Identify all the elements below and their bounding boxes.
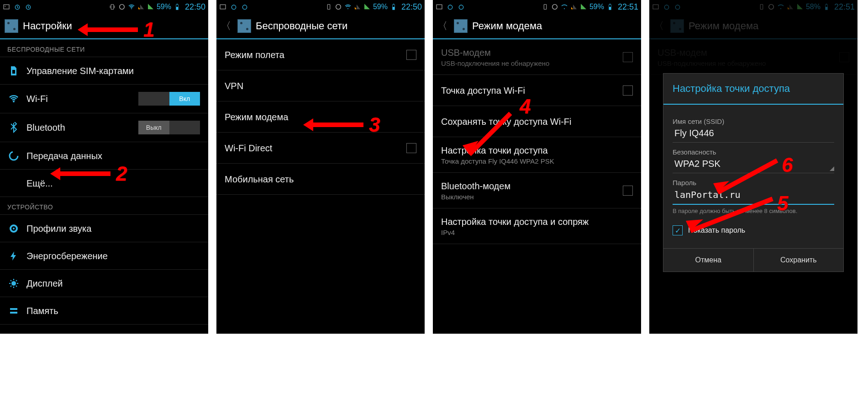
svg-rect-30 — [437, 5, 442, 9]
wifihs-checkbox[interactable] — [623, 85, 633, 96]
data-icon — [8, 150, 19, 161]
keep-hotspot-row[interactable]: Сохранять точку доступа Wi-Fi — [433, 106, 641, 137]
svg-point-12 — [10, 152, 18, 160]
svg-rect-29 — [393, 5, 395, 7]
svg-rect-18 — [10, 312, 17, 314]
bt-tether-row[interactable]: Bluetooth-модем Выключен — [433, 173, 641, 208]
phone-4-hotspot-dialog: 58% 22:51 〈 Режим модема USB-модем USB-п… — [649, 0, 857, 334]
wifi-toggle[interactable]: Вкл — [138, 92, 200, 106]
bt-checkbox[interactable] — [623, 186, 633, 196]
battery-icon — [606, 3, 614, 11]
signal-1-icon — [354, 3, 361, 11]
signal-1-icon — [570, 3, 578, 11]
show-password-row[interactable]: ✓ Показать пароль — [673, 225, 834, 235]
battery-row[interactable]: Батарея — [0, 325, 208, 334]
more-row[interactable]: Ещё... — [0, 170, 208, 197]
security-spinner[interactable]: WPA2 PSK — [673, 156, 834, 173]
audio-profiles-row[interactable]: Профили звука — [0, 215, 208, 242]
mobile-network-row[interactable]: Мобильная сеть — [216, 164, 425, 195]
battery-text: 59% — [589, 3, 604, 11]
sim-management-row[interactable]: Управление SIM-картами — [0, 57, 208, 85]
bluetooth-toggle[interactable]: Выкл — [138, 121, 200, 134]
audio-icon — [8, 223, 19, 234]
page-title: Режим модема — [472, 20, 542, 32]
picture-icon — [3, 3, 10, 11]
battery-icon — [174, 3, 181, 11]
clock-icon — [335, 3, 342, 11]
password-input[interactable]: lanPortal.ru — [673, 187, 834, 205]
svg-point-34 — [552, 5, 558, 10]
alarm-icon — [241, 3, 248, 11]
dialog-title: Настройка точки доступа — [663, 74, 843, 105]
wifi-direct-row[interactable]: Wi-Fi Direct — [216, 133, 425, 164]
memory-icon — [8, 305, 19, 316]
display-icon — [8, 278, 19, 289]
memory-row[interactable]: Память — [0, 297, 208, 325]
svg-rect-8 — [177, 4, 178, 4]
picture-icon — [436, 3, 443, 11]
setup-hotspot-row[interactable]: Настройка точки доступа Точка доступа Fl… — [433, 137, 641, 173]
security-label: Безопасность — [673, 148, 834, 156]
clock-text: 22:50 — [185, 2, 205, 12]
page-title: Беспроводные сети — [256, 20, 347, 32]
svg-rect-28 — [393, 4, 395, 4]
vpn-row[interactable]: VPN — [216, 70, 425, 101]
signal-2-icon — [147, 3, 154, 11]
bluetooth-icon — [8, 122, 19, 133]
dialog-scrim[interactable]: Настройка точки доступа Имя сети (SSID) … — [649, 0, 857, 334]
back-caret-icon[interactable]: 〈 — [221, 19, 233, 33]
svg-point-1 — [5, 6, 5, 7]
phone-2-wireless: 59% 22:50 〈 Беспроводные сети Режим поле… — [216, 0, 425, 334]
power-saving-row[interactable]: Энергосбережение — [0, 242, 208, 270]
status-bar: 59% 22:50 — [0, 0, 208, 14]
svg-point-25 — [336, 5, 341, 10]
battery-text: 59% — [373, 3, 388, 11]
wifidirect-checkbox[interactable] — [406, 143, 416, 153]
vibrate-icon — [542, 3, 549, 11]
alarm-icon — [230, 3, 237, 11]
display-row[interactable]: Дисплей — [0, 270, 208, 297]
save-button[interactable]: Сохранить — [754, 249, 844, 272]
battery-icon — [8, 333, 19, 334]
title-bar[interactable]: 〈 Режим модема — [433, 14, 641, 39]
alarm-icon — [25, 3, 32, 11]
battery-icon — [390, 3, 397, 11]
phone-1-settings: 59% 22:50 Настройки БЕСПРОВОДНЫЕ СЕТИ Уп… — [0, 0, 208, 334]
svg-rect-24 — [327, 5, 330, 10]
settings-app-icon — [237, 19, 251, 33]
usb-tether-row: USB-модем USB-подключения не обнаружено — [433, 39, 641, 75]
svg-point-6 — [131, 8, 132, 9]
data-usage-row[interactable]: Передача данных — [0, 142, 208, 170]
svg-point-35 — [564, 8, 565, 9]
svg-rect-4 — [111, 5, 113, 10]
svg-point-23 — [242, 5, 247, 9]
battery-text: 59% — [157, 3, 171, 11]
show-password-checkbox[interactable]: ✓ — [673, 225, 683, 235]
wifi-row[interactable]: Wi-Fi Вкл — [0, 85, 208, 113]
usb-checkbox — [623, 52, 633, 62]
airplane-mode-row[interactable]: Режим полета — [216, 39, 425, 70]
signal-2-icon — [580, 3, 587, 11]
tethering-row[interactable]: Режим модема — [216, 101, 425, 133]
bluetooth-row[interactable]: Bluetooth Выкл — [0, 113, 208, 142]
pairing-row[interactable]: Настройка точки доступа и сопряж IPv4 — [433, 208, 641, 244]
title-bar[interactable]: 〈 Беспроводные сети — [216, 14, 425, 39]
clock-text: 22:51 — [618, 2, 638, 12]
wifi-hotspot-row[interactable]: Точка доступа Wi-Fi — [433, 75, 641, 106]
title-bar: Настройки — [0, 14, 208, 39]
cancel-button[interactable]: Отмена — [663, 249, 754, 272]
alarm-icon — [458, 3, 465, 11]
svg-rect-0 — [4, 5, 9, 9]
password-label: Пароль — [673, 179, 834, 187]
airplane-checkbox[interactable] — [406, 50, 416, 60]
sim-icon — [8, 65, 19, 76]
svg-point-15 — [13, 228, 15, 229]
phone-3-tethering: 59% 22:51 〈 Режим модема USB-модем USB-п… — [433, 0, 641, 334]
back-caret-icon[interactable]: 〈 — [437, 19, 449, 33]
ssid-input[interactable]: Fly IQ446 — [673, 125, 834, 143]
signal-2-icon — [363, 3, 371, 11]
vibrate-icon — [325, 3, 332, 11]
settings-app-icon — [454, 19, 468, 33]
clock-icon — [551, 3, 558, 11]
clock-icon — [118, 3, 126, 11]
